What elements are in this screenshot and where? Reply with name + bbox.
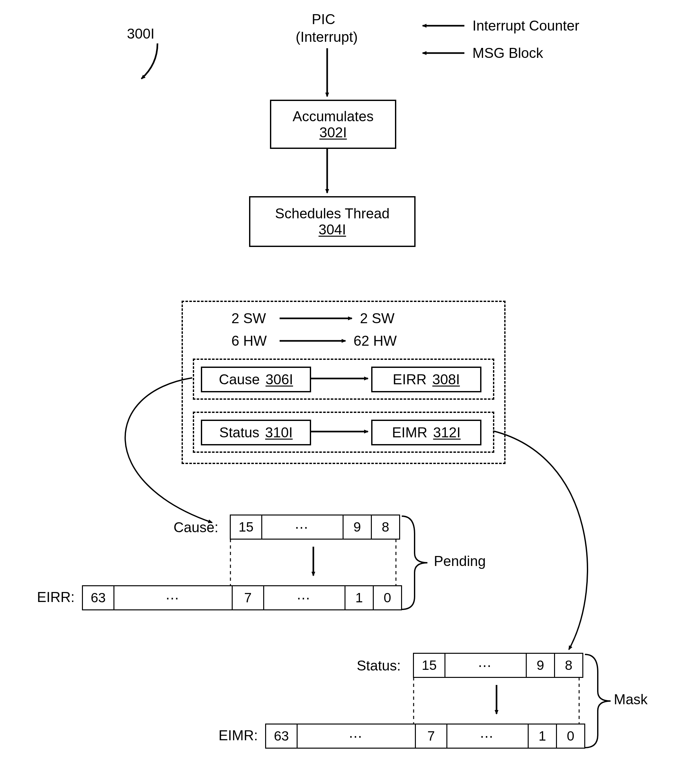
- sw-to-label: 2 SW: [360, 310, 394, 327]
- schedules-ref: 304I: [318, 222, 346, 238]
- eirr-middle-ref: 308I: [432, 371, 460, 387]
- status-bit-ellipsis: ⋯: [445, 653, 526, 678]
- eirr-prefix-label: EIRR:: [37, 589, 74, 606]
- eimr-bits-row: 63 ⋯ 7 ⋯ 1 0: [265, 724, 585, 749]
- eimr-middle-label: EIMR: [392, 424, 428, 441]
- eimr-bit-7: 7: [415, 724, 447, 749]
- cause-label: Cause: [219, 371, 260, 387]
- eimr-prefix-label: EIMR:: [219, 727, 258, 744]
- interrupt-counter-label: Interrupt Counter: [472, 18, 580, 34]
- eimr-middle-box: EIMR 312I: [371, 420, 481, 445]
- accumulates-label: Accumulates: [293, 108, 374, 124]
- mask-label: Mask: [614, 691, 648, 708]
- eimr-bit-1: 1: [528, 724, 556, 749]
- eirr-bit-1: 1: [345, 585, 373, 610]
- cause-bit-ellipsis: ⋯: [261, 514, 342, 540]
- status-label: Status: [219, 424, 259, 441]
- eimr-middle-ref: 312I: [433, 424, 461, 441]
- figure-ref-label: 300I: [127, 26, 155, 42]
- cause-prefix-label: Cause:: [174, 519, 218, 536]
- eirr-middle-box: EIRR 308I: [371, 367, 481, 392]
- cause-bit-8: 8: [371, 514, 400, 540]
- schedules-label: Schedules Thread: [275, 205, 390, 222]
- pic-label-line2: (Interrupt): [296, 29, 358, 45]
- eirr-middle-label: EIRR: [393, 371, 426, 387]
- cause-bits-row: 15 ⋯ 9 8: [230, 514, 400, 540]
- cause-box: Cause 306I: [201, 367, 311, 392]
- status-box: Status 310I: [201, 420, 311, 445]
- eirr-bit-ellipsis1: ⋯: [114, 585, 232, 610]
- msg-block-label: MSG Block: [472, 45, 543, 62]
- status-prefix-label: Status:: [357, 658, 401, 674]
- diagram-canvas: 300I PIC (Interrupt) Interrupt Counter M…: [0, 0, 681, 784]
- sw-from-label: 2 SW: [231, 310, 266, 327]
- eimr-bit-ellipsis1: ⋯: [297, 724, 415, 749]
- eirr-bit-63: 63: [82, 585, 114, 610]
- eirr-bits-row: 63 ⋯ 7 ⋯ 1 0: [82, 585, 402, 610]
- eirr-bit-0: 0: [373, 585, 402, 610]
- pending-label: Pending: [434, 553, 486, 570]
- cause-bit-15: 15: [230, 514, 261, 540]
- eimr-bit-63: 63: [265, 724, 297, 749]
- eimr-bit-0: 0: [556, 724, 585, 749]
- accumulates-ref: 302I: [320, 124, 347, 141]
- accumulates-box: Accumulates 302I: [270, 100, 396, 149]
- eimr-bit-ellipsis2: ⋯: [447, 724, 528, 749]
- hw-from-label: 6 HW: [231, 333, 267, 349]
- eirr-bit-ellipsis2: ⋯: [263, 585, 345, 610]
- status-bit-9: 9: [526, 653, 554, 678]
- pic-label-line1: PIC: [312, 11, 335, 28]
- eirr-bit-7: 7: [232, 585, 263, 610]
- cause-bit-9: 9: [342, 514, 371, 540]
- hw-to-label: 62 HW: [353, 333, 397, 349]
- schedules-thread-box: Schedules Thread 304I: [249, 196, 415, 247]
- status-bit-8: 8: [554, 653, 583, 678]
- status-bits-row: 15 ⋯ 9 8: [413, 653, 583, 678]
- status-ref: 310I: [265, 424, 293, 441]
- status-bit-15: 15: [413, 653, 445, 678]
- cause-ref: 306I: [266, 371, 293, 387]
